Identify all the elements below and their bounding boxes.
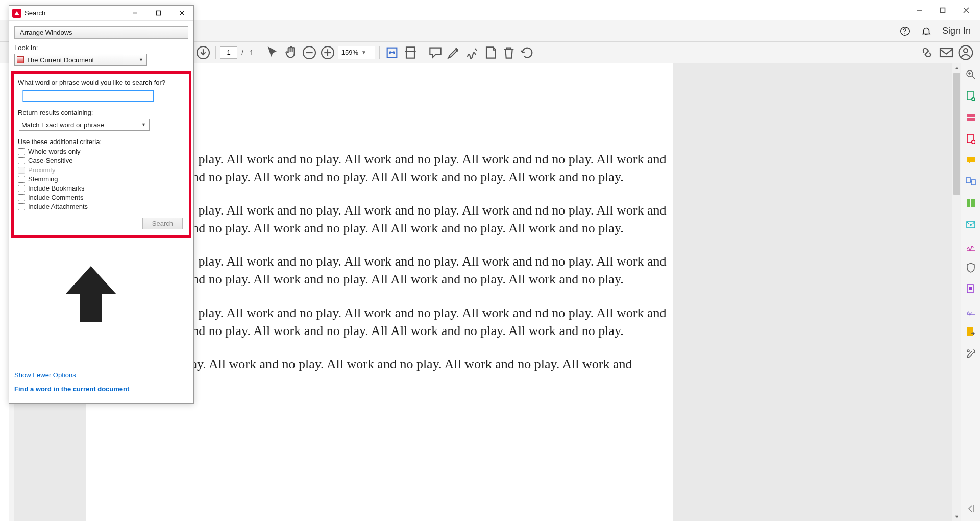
hand-tool-icon[interactable] (283, 44, 299, 61)
scroll-thumb[interactable] (953, 73, 960, 195)
sign-icon[interactable] (464, 44, 480, 61)
svg-rect-13 (406, 47, 414, 58)
search-titlebar[interactable]: Search (9, 6, 193, 21)
scroll-up-icon[interactable]: ▲ (952, 63, 961, 72)
svg-rect-29 (967, 199, 970, 207)
selection-tool-icon[interactable] (264, 44, 281, 61)
criteria-stemming[interactable]: Stemming (18, 175, 185, 183)
main-close-button[interactable] (954, 2, 978, 18)
page-total: 1 (248, 49, 256, 57)
note-out-icon[interactable] (965, 326, 977, 338)
main-minimize-button[interactable] (908, 2, 931, 18)
svg-rect-40 (156, 11, 160, 15)
search-minimize-button[interactable] (123, 6, 146, 21)
svg-rect-36 (967, 327, 973, 336)
arrange-windows-button[interactable]: Arrange Windows (14, 26, 188, 39)
search-maximize-button[interactable] (146, 6, 170, 21)
acrobat-app-icon (12, 9, 21, 18)
fit-page-icon[interactable] (402, 44, 419, 61)
search-dialog: Search Arrange Windows Look In: The Curr… (9, 5, 194, 404)
create-pdf-icon[interactable] (965, 90, 977, 102)
search-close-button[interactable] (170, 6, 193, 21)
fill-sign-icon[interactable] (965, 240, 977, 252)
scroll-down-icon[interactable]: ▼ (952, 512, 961, 521)
edit-pdf-icon[interactable] (965, 111, 977, 124)
comment-icon[interactable] (427, 44, 444, 61)
search-pane-icon[interactable] (965, 68, 977, 81)
svg-rect-23 (967, 114, 975, 117)
checkbox[interactable] (18, 203, 25, 210)
checkbox[interactable] (18, 157, 25, 164)
criteria-proximity: Proximity (18, 166, 185, 174)
red-arrow-annotation (64, 266, 117, 322)
checkbox[interactable] (18, 185, 25, 192)
svg-rect-24 (967, 118, 975, 121)
search-bottom-links: Show Fewer Options Find a word in the cu… (14, 362, 188, 399)
criteria-include-bookmarks[interactable]: Include Bookmarks (18, 184, 185, 192)
page-separator: / (239, 49, 246, 57)
redact-icon[interactable] (965, 219, 977, 231)
email-icon[interactable] (938, 44, 954, 61)
account-icon[interactable] (958, 44, 974, 61)
highlight-icon[interactable] (446, 44, 462, 61)
chevron-down-icon: ▼ (361, 50, 366, 55)
export-pdf-icon[interactable] (965, 133, 977, 145)
rotate-icon[interactable] (519, 44, 535, 61)
zoom-in-icon[interactable] (320, 44, 336, 61)
svg-rect-30 (971, 199, 975, 207)
help-icon[interactable] (899, 26, 911, 37)
toolbar-separator (379, 46, 380, 59)
criteria-include-attachments[interactable]: Include Attachments (18, 203, 185, 210)
search-title: Search (24, 9, 45, 17)
look-in-select[interactable]: The Current Document ▼ (14, 54, 147, 66)
link-icon[interactable] (919, 44, 935, 61)
pdf-doc-icon (17, 56, 24, 63)
search-query-label: What word or phrase would you like to se… (18, 79, 185, 86)
toolbar-separator (423, 46, 423, 59)
toolbar-separator (260, 46, 260, 59)
checkbox (18, 167, 25, 174)
compress-icon[interactable] (965, 197, 977, 209)
comment-pane-icon[interactable] (965, 154, 977, 167)
save-icon[interactable] (195, 44, 211, 61)
main-maximize-button[interactable] (931, 2, 954, 18)
svg-point-37 (967, 350, 969, 352)
right-tools-rail (961, 63, 980, 521)
criteria-include-comments[interactable]: Include Comments (18, 194, 185, 201)
organize-icon[interactable] (965, 176, 977, 188)
criteria-label: Use these additional criteria: (18, 138, 185, 146)
rail-collapse-icon[interactable] (965, 503, 977, 515)
search-query-input[interactable] (23, 90, 154, 102)
protect-icon[interactable] (965, 262, 977, 274)
svg-rect-1 (941, 8, 945, 12)
show-fewer-options-link[interactable]: Show Fewer Options (14, 371, 188, 379)
bell-icon[interactable] (921, 26, 932, 37)
convert-icon[interactable] (965, 283, 977, 295)
svg-rect-28 (971, 180, 975, 185)
svg-rect-14 (940, 49, 952, 57)
checkbox[interactable] (18, 194, 25, 201)
zoom-select[interactable]: 159% ▼ (338, 46, 375, 59)
page-number-input[interactable] (220, 46, 237, 59)
vertical-scrollbar[interactable]: ▲ ▼ (952, 63, 961, 521)
fit-width-icon[interactable] (384, 44, 400, 61)
stamp-icon[interactable] (482, 44, 499, 61)
checkbox[interactable] (18, 176, 25, 183)
criteria-whole-words[interactable]: Whole words only (18, 148, 185, 155)
sign-in-link[interactable]: Sign In (942, 26, 971, 36)
svg-point-5 (904, 33, 905, 34)
criteria-case-sensitive[interactable]: Case-Sensitive (18, 157, 185, 164)
checkbox[interactable] (18, 148, 25, 155)
find-in-document-link[interactable]: Find a word in the current document (14, 385, 188, 393)
delete-icon[interactable] (501, 44, 517, 61)
zoom-out-icon[interactable] (301, 44, 317, 61)
svg-rect-27 (966, 178, 970, 183)
return-results-select[interactable]: Match Exact word or phrase ▼ (19, 119, 150, 131)
svg-line-18 (972, 76, 975, 79)
chevron-down-icon: ▼ (139, 57, 143, 62)
chevron-down-icon: ▼ (141, 122, 146, 127)
zoom-value: 159% (341, 49, 358, 56)
search-button[interactable]: Search (142, 218, 183, 229)
measure-icon[interactable] (965, 304, 977, 317)
more-tools-icon[interactable] (965, 347, 977, 360)
